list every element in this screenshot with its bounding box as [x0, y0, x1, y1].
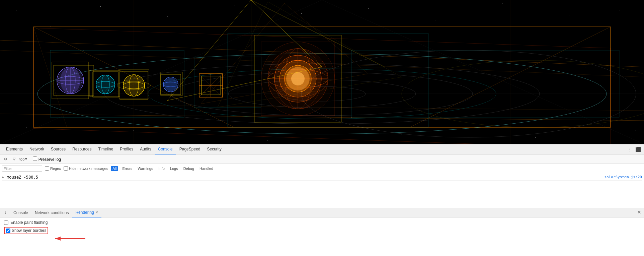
devtools-tabs-bar: Elements Network Sources Resources Timel…	[0, 144, 644, 154]
svg-point-18	[585, 67, 586, 67]
filter-debug[interactable]: Debug	[182, 167, 195, 171]
expand-icon[interactable]: ▶	[2, 175, 7, 179]
svg-point-54	[97, 76, 114, 93]
regex-checkbox[interactable]	[45, 166, 49, 171]
console-link-1[interactable]: solarSystem.js:20	[604, 175, 642, 179]
svg-point-9	[569, 15, 569, 15]
filter-handled[interactable]: Handled	[198, 167, 215, 171]
svg-point-15	[535, 137, 536, 138]
show-layer-borders-label: Show layer borders	[12, 228, 46, 233]
svg-point-0	[16, 10, 17, 10]
clear-console-button[interactable]: ⊘	[2, 156, 9, 163]
enable-paint-flashing-option: Enable paint flashing	[4, 220, 640, 225]
tab-sources[interactable]: Sources	[48, 144, 69, 154]
devtools-panel: Elements Network Sources Resources Timel…	[0, 144, 644, 256]
console-toolbar: ⊘ ▽ top ▾ Preserve log	[0, 154, 644, 164]
drawer-tab-rendering-close[interactable]: ✕	[95, 210, 98, 214]
svg-point-13	[267, 140, 268, 141]
console-line-2	[2, 181, 642, 187]
svg-point-10	[619, 10, 619, 10]
filter-info[interactable]: Info	[157, 167, 166, 171]
show-layer-borders-checkbox[interactable]	[6, 229, 10, 233]
regex-label: Regex	[50, 167, 61, 171]
svg-point-49	[58, 68, 83, 93]
more-tabs-button[interactable]: ⋮	[627, 146, 633, 153]
filter-all[interactable]: All	[111, 166, 118, 171]
svg-point-11	[26, 127, 27, 128]
svg-rect-94	[351, 50, 619, 117]
preserve-log-checkbox[interactable]	[33, 156, 37, 161]
filter-errors[interactable]: Errors	[121, 167, 134, 171]
filter-bar: Regex Hide network messages All Errors W…	[0, 164, 644, 173]
tab-audits[interactable]: Audits	[137, 144, 154, 154]
svg-point-59	[124, 75, 144, 95]
console-line-1: ▶ mouseZ -580.5 solarSystem.js:20	[2, 174, 642, 181]
svg-point-3	[167, 16, 167, 17]
tab-resources[interactable]: Resources	[69, 144, 95, 154]
chevron-down-icon: ▾	[25, 157, 27, 161]
filter-logs[interactable]: Logs	[169, 167, 179, 171]
tab-network[interactable]: Network	[26, 144, 48, 154]
drawer-more-button[interactable]: ⋮	[2, 209, 9, 216]
enable-paint-flashing-checkbox[interactable]	[4, 220, 8, 225]
console-text-1: mouseZ -580.5	[7, 175, 604, 180]
preserve-log-wrap: Preserve log	[33, 156, 61, 162]
tab-elements[interactable]: Elements	[3, 144, 26, 154]
hide-network-label: Hide network messages	[69, 167, 108, 171]
svg-point-16	[636, 130, 636, 131]
drawer-tab-console[interactable]: Console	[10, 208, 31, 217]
drawer-tab-rendering[interactable]: Rendering ✕	[72, 208, 101, 217]
hide-network-wrap: Hide network messages	[64, 166, 108, 171]
svg-point-8	[502, 3, 502, 4]
svg-point-6	[368, 8, 369, 9]
svg-point-5	[301, 13, 302, 14]
hide-network-checkbox[interactable]	[64, 166, 68, 171]
red-arrow	[49, 232, 89, 245]
tab-pagespeed[interactable]: PageSpeed	[176, 144, 204, 154]
filter-icon[interactable]: ▽	[11, 156, 17, 163]
toolbar-separator	[30, 156, 30, 162]
filter-input[interactable]	[2, 166, 42, 172]
svg-point-85	[291, 72, 305, 85]
show-layer-borders-highlight: Show layer borders	[4, 227, 48, 234]
show-layer-borders-option: Show layer borders	[4, 227, 640, 234]
svg-point-2	[100, 6, 101, 7]
enable-paint-flashing-label: Enable paint flashing	[10, 220, 48, 225]
drawer-tab-network-conditions[interactable]: Network conditions	[31, 208, 72, 217]
svg-point-64	[164, 78, 177, 91]
svg-point-7	[435, 20, 435, 20]
drawer-tabs-bar: ⋮ Console Network conditions Rendering ✕…	[0, 208, 644, 217]
visualization-area	[0, 0, 644, 144]
drawer-close-button[interactable]: ✕	[637, 209, 641, 215]
filter-warnings[interactable]: Warnings	[136, 167, 154, 171]
tab-console[interactable]: Console	[155, 144, 176, 154]
rendering-panel: Enable paint flashing Show layer borders	[0, 217, 644, 256]
tab-security[interactable]: Security	[204, 144, 225, 154]
svg-point-4	[234, 5, 235, 5]
dock-button[interactable]: ⬛	[635, 146, 641, 153]
svg-line-27	[322, 0, 644, 144]
tab-profiles[interactable]: Profiles	[116, 144, 137, 154]
console-output: ▶ mouseZ -580.5 solarSystem.js:20	[0, 173, 644, 208]
tab-timeline[interactable]: Timeline	[95, 144, 116, 154]
context-selector[interactable]: top ▾	[19, 157, 27, 161]
regex-wrap: Regex	[45, 166, 61, 171]
preserve-log-label: Preserve log	[38, 157, 61, 162]
